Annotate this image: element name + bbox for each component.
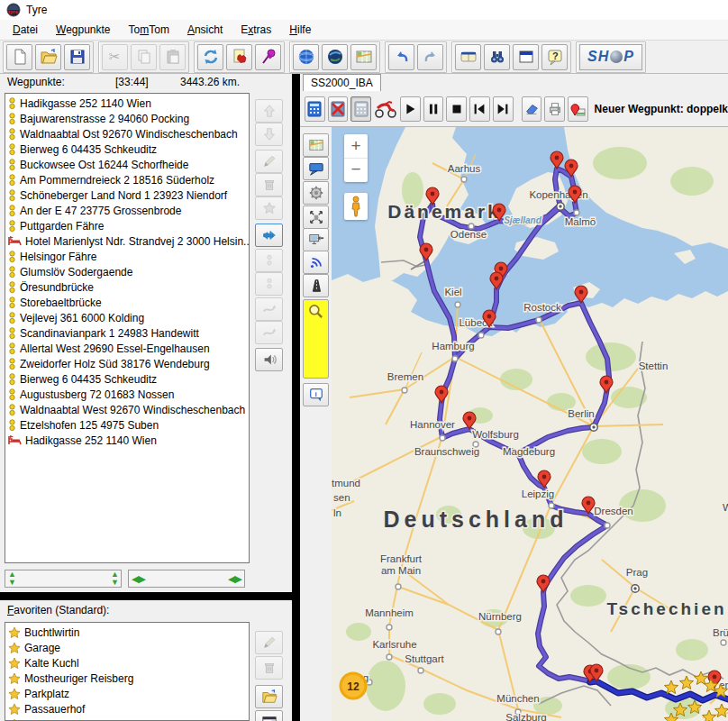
- waypoint-item[interactable]: Hotel Marienlyst Ndr. Strandvej 2 3000 H…: [5, 233, 249, 249]
- google-maps-button[interactable]: [293, 44, 319, 70]
- add-favorite-button[interactable]: [255, 196, 283, 220]
- map-mode-button[interactable]: [303, 133, 329, 157]
- waypoint-item[interactable]: Öresundbrücke: [5, 279, 249, 295]
- wheel-button[interactable]: [303, 181, 329, 205]
- redo-button[interactable]: [417, 44, 443, 70]
- menu-item-extras[interactable]: Extras: [232, 21, 280, 39]
- waypoint-item[interactable]: Scandinavianpark 1 24983 Handewitt: [5, 325, 249, 341]
- favorite-item[interactable]: Garage: [5, 640, 249, 655]
- previous-waypoint-button[interactable]: [469, 96, 490, 122]
- menu-item-ansicht[interactable]: Ansicht: [178, 21, 232, 39]
- pin-button[interactable]: [255, 44, 281, 70]
- recalculate-button[interactable]: [350, 96, 371, 122]
- favorites-card-button[interactable]: [255, 710, 283, 721]
- tooltip-mode-button[interactable]: [303, 157, 329, 180]
- waypoint-item[interactable]: An der E 47 23775 Grossenbrode: [5, 203, 249, 218]
- stop-button[interactable]: [446, 96, 467, 122]
- edit-favorite-button[interactable]: [255, 631, 283, 654]
- waypoint-item[interactable]: Hadikgasse 252 1140 Wien: [5, 433, 249, 448]
- waypoint-item[interactable]: Waldnaabtal West 92670 Windischeschenbac…: [5, 402, 249, 417]
- insert-waypoint-button[interactable]: [255, 249, 283, 272]
- next-waypoint-button[interactable]: [493, 96, 514, 122]
- pegman-control[interactable]: [344, 193, 368, 220]
- favorite-item[interactable]: Buchtlwirtin: [5, 625, 249, 640]
- open-favorites-button[interactable]: [255, 685, 283, 708]
- print-button[interactable]: [544, 96, 565, 122]
- block-edit-button[interactable]: [226, 44, 252, 70]
- menu-item-datei[interactable]: Datei: [4, 21, 47, 39]
- delete-waypoint-button[interactable]: [255, 173, 283, 196]
- copy-button[interactable]: [131, 44, 157, 70]
- marker-cluster[interactable]: 12: [341, 673, 366, 698]
- waypoint-item[interactable]: Waldnaabtal Ost 92670 Windischeschenbach: [5, 126, 249, 141]
- favorite-item[interactable]: Mostheuriger Reisberg: [5, 671, 249, 686]
- info-button[interactable]: i: [303, 383, 329, 406]
- waypoint-item[interactable]: Schöneberger Land Nord 1 23923 Niendorf: [5, 187, 249, 203]
- waypoints-list[interactable]: Hadikgasse 252 1140 WienBajuwarenstrasse…: [5, 93, 250, 563]
- waypoint-item[interactable]: Vejlevej 361 6000 Kolding: [5, 310, 249, 325]
- clear-calculation-button[interactable]: [328, 96, 349, 122]
- waypoint-item[interactable]: Bierweg 6 04435 Schkeuditz: [5, 371, 249, 387]
- google-earth-button[interactable]: [322, 44, 348, 70]
- map-view-button[interactable]: [350, 44, 377, 70]
- waypoint-item[interactable]: Bajuwarenstrasse 2 94060 Pocking: [5, 111, 249, 126]
- window-button[interactable]: [513, 44, 539, 70]
- waypoint-order-spinner[interactable]: ▲▼ ▲▼: [5, 570, 122, 588]
- waypoint-item[interactable]: Storebaeltbrücke: [5, 295, 249, 310]
- search-button[interactable]: [484, 44, 510, 70]
- route-option-b-button[interactable]: [255, 321, 283, 344]
- favorites-list[interactable]: BuchtlwirtinGarageKalte KuchlMostheurige…: [5, 622, 250, 721]
- open-file-button[interactable]: [35, 44, 61, 70]
- waypoint-item[interactable]: Zweidorfer Holz Süd 38176 Wendeburg: [5, 356, 249, 371]
- append-waypoint-button[interactable]: [255, 272, 283, 296]
- favorite-item[interactable]: Kalte Kuchl: [5, 655, 249, 671]
- menu-item-wegpunkte[interactable]: Wegpunkte: [47, 21, 120, 39]
- wireless-button[interactable]: [303, 251, 329, 274]
- reverse-route-button[interactable]: [255, 224, 283, 247]
- undo-button[interactable]: [388, 44, 414, 70]
- zoom-out-button[interactable]: −: [344, 159, 368, 182]
- favorite-item[interactable]: Parkplatz: [5, 686, 249, 701]
- map-search-button[interactable]: [303, 299, 329, 379]
- fit-route-button[interactable]: [303, 205, 329, 229]
- waypoint-item[interactable]: Am Pommerndreieck 2 18516 Süderholz: [5, 172, 249, 187]
- waypoint-item[interactable]: Hadikgasse 252 1140 Wien: [5, 96, 249, 111]
- waypoint-item[interactable]: Etzelshofen 125 4975 Suben: [5, 417, 249, 433]
- favorite-item[interactable]: [5, 716, 249, 721]
- waypoint-item[interactable]: Puttgarden Fähre: [5, 218, 249, 233]
- route-option-a-button[interactable]: [255, 297, 283, 321]
- cut-button[interactable]: ✂: [102, 44, 128, 70]
- calculate-route-button[interactable]: [305, 96, 325, 122]
- favorite-item[interactable]: Passauerhof: [5, 701, 249, 716]
- play-button[interactable]: [400, 96, 421, 122]
- waypoint-item[interactable]: Bierweg 6 04435 Schkeuditz: [5, 141, 249, 157]
- menu-item-tomtom[interactable]: TomTom: [120, 21, 178, 39]
- sync-button[interactable]: [197, 44, 223, 70]
- print-waypoint-button[interactable]: [568, 96, 588, 122]
- move-up-button[interactable]: [255, 99, 283, 123]
- move-down-button[interactable]: [255, 123, 283, 146]
- waypoint-item[interactable]: Glumslöv Sodergaende: [5, 264, 249, 279]
- notes-button[interactable]: [455, 44, 481, 70]
- menu-item-hilfe[interactable]: Hilfe: [280, 21, 320, 39]
- send-to-device-button[interactable]: [303, 228, 329, 251]
- shop-button[interactable]: SHP: [579, 44, 642, 70]
- zoom-in-button[interactable]: +: [344, 134, 368, 159]
- tab-ss2000-iba[interactable]: SS2000_IBA: [303, 74, 381, 91]
- help-button[interactable]: ?: [541, 44, 568, 70]
- new-file-button[interactable]: [6, 44, 32, 70]
- map-canvas[interactable]: AarhusOdenseKopenhagenMalmöKielRostockLü…: [332, 127, 728, 721]
- pause-button[interactable]: [423, 96, 444, 122]
- paste-button[interactable]: [159, 44, 186, 70]
- speak-button[interactable]: [255, 348, 283, 371]
- waypoint-item[interactable]: Helsingor Fähre: [5, 249, 249, 264]
- waypoint-shift-spinner[interactable]: ◀▶ ◀▶: [128, 570, 245, 588]
- horizontal-splitter[interactable]: [0, 592, 292, 600]
- vertical-splitter[interactable]: [292, 74, 300, 721]
- waypoint-item[interactable]: Augustusberg 72 01683 Nossen: [5, 387, 249, 402]
- waypoint-item[interactable]: Allertal West 29690 Essel-Engelhausen: [5, 341, 249, 356]
- save-file-button[interactable]: [64, 44, 90, 70]
- vehicle-mode-button[interactable]: [374, 97, 397, 121]
- road-mode-button[interactable]: [303, 274, 329, 297]
- edit-waypoint-button[interactable]: [255, 150, 283, 173]
